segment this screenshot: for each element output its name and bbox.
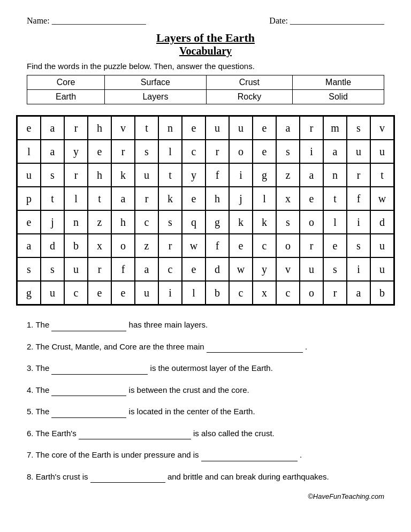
ws-cell: d [370,210,394,234]
ws-cell: e [88,281,111,305]
question-suffix: . [303,342,307,351]
ws-row: ejnzhcsqgkksolid [17,210,394,234]
ws-cell: e [253,140,276,163]
ws-cell: c [158,257,182,281]
ws-cell: t [370,163,394,187]
question-suffix: and brittle and can break during earthqu… [165,472,329,481]
ws-cell: o [300,281,323,305]
name-field: Name: ______________________ [27,16,146,26]
vocab-cell: Mantle [293,75,384,90]
ws-cell: k [111,163,135,187]
ws-cell: r [206,140,229,163]
header: Name: ______________________ Date: _____… [27,16,384,26]
question-8: 8. Earth's crust is and brittle and can … [27,471,384,483]
ws-cell: i [347,257,370,281]
ws-row: usrhkutyfigzanrt [17,163,394,187]
question-suffix: has three main layers. [126,320,208,329]
ws-cell: d [206,257,229,281]
ws-cell: l [64,187,88,210]
ws-cell: a [347,281,370,305]
ws-cell: w [229,257,253,281]
vocab-cell: Layers [105,90,207,104]
ws-cell: p [17,187,41,210]
title-section: Layers of the Earth Vocabulary [27,31,384,57]
ws-cell: w [370,187,394,210]
answer-blank[interactable] [207,345,303,353]
answer-blank[interactable] [201,454,298,461]
ws-cell: r [347,163,370,187]
answer-blank[interactable] [51,389,126,396]
ws-cell: v [370,116,394,140]
ws-cell: j [229,187,253,210]
ws-cell: c [64,281,88,305]
ws-cell: u [370,257,394,281]
ws-cell: a [41,140,64,163]
ws-cell: e [323,234,347,257]
word-search-grid: earhvtneuuearmsvlayerslcroesiauuusrhkuty… [16,115,395,306]
ws-cell: e [17,116,41,140]
answer-blank[interactable] [51,411,126,418]
ws-cell: z [88,210,111,234]
ws-cell: o [276,234,300,257]
ws-row: layerslcroesiauu [17,140,394,163]
question-prefix: The core of the Earth is under pressure … [35,450,201,459]
ws-cell: t [88,187,111,210]
ws-cell: s [347,234,370,257]
ws-cell: u [229,116,253,140]
ws-cell: e [182,257,206,281]
answer-blank[interactable] [51,324,126,331]
ws-cell: s [347,116,370,140]
ws-cell: k [253,210,276,234]
question-suffix: . [298,450,302,459]
ws-cell: u [347,140,370,163]
question-4: 4. The is between the crust and the core… [27,384,384,397]
ws-cell: t [323,187,347,210]
ws-cell: y [253,257,276,281]
answer-blank[interactable] [51,367,148,375]
ws-cell: n [64,210,88,234]
ws-cell: v [276,257,300,281]
question-1: 1. The has three main layers. [27,319,384,331]
ws-cell: a [41,116,64,140]
ws-cell: u [64,257,88,281]
ws-row: guceeuilbcxcorab [17,281,394,305]
ws-cell: u [206,116,229,140]
ws-cell: g [17,281,41,305]
question-5: 5. The is located in the center of the E… [27,406,384,418]
ws-cell: h [111,210,135,234]
ws-cell: s [41,163,64,187]
ws-cell: r [88,257,111,281]
ws-cell: z [135,234,158,257]
date-field: Date: ______________________ [269,16,384,26]
ws-row: ptltarkehjlxetfw [17,187,394,210]
question-prefix: The Crust, Mantle, and Core are the thre… [35,342,206,351]
answer-blank[interactable] [79,432,191,439]
ws-cell: c [182,140,206,163]
ws-cell: a [135,257,158,281]
ws-cell: r [158,234,182,257]
ws-cell: s [17,257,41,281]
ws-cell: v [111,116,135,140]
ws-cell: u [41,281,64,305]
ws-cell: f [111,257,135,281]
ws-row: earhvtneuuearmsv [17,116,394,140]
ws-cell: u [300,257,323,281]
question-number: 8. [27,472,36,481]
ws-cell: x [276,187,300,210]
question-prefix: The [35,407,51,416]
answer-blank[interactable] [90,475,165,483]
ws-cell: l [17,140,41,163]
ws-cell: c [229,281,253,305]
vocab-cell: Earth [27,90,105,104]
question-number: 3. [27,363,35,373]
question-prefix: The [35,320,51,329]
ws-cell: u [135,163,158,187]
ws-cell: r [323,281,347,305]
ws-cell: y [64,140,88,163]
vocab-cell: Solid [293,90,384,104]
question-3: 3. The is the outermost layer of the Ear… [27,362,384,375]
ws-cell: u [370,234,394,257]
ws-cell: q [182,210,206,234]
ws-cell: f [347,187,370,210]
ws-cell: e [182,187,206,210]
